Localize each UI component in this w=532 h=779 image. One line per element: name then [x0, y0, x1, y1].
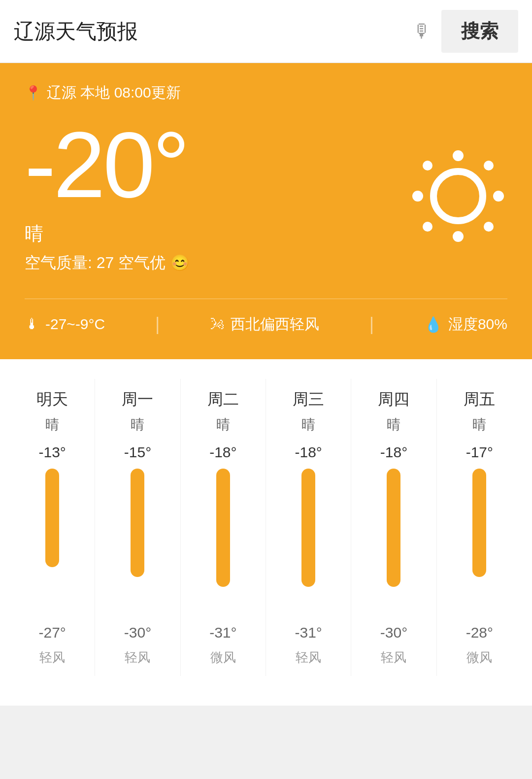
- day-condition-2: 晴: [216, 415, 230, 434]
- wind-label-0: 轻风: [39, 649, 65, 666]
- temp-bar-container-0: [45, 469, 59, 616]
- high-temp-3: -18°: [295, 444, 322, 461]
- temp-bar-0: [45, 469, 59, 567]
- wind-item: 🌬 西北偏西轻风: [210, 314, 319, 335]
- low-temp-0: -27°: [38, 624, 66, 641]
- temp-bar-3: [301, 469, 315, 587]
- temperature-section: -20° 晴 空气质量: 27 空气优 😊: [25, 118, 190, 274]
- air-quality: 空气质量: 27 空气优 😊: [25, 252, 190, 274]
- location-icon: 📍: [25, 85, 42, 101]
- low-temp-5: -28°: [466, 624, 493, 641]
- svg-point-3: [493, 191, 504, 202]
- day-condition-4: 晴: [387, 415, 400, 434]
- forecast-day-1: 周一 晴 -15° -30° 轻风: [95, 379, 180, 676]
- high-temp-2: -18°: [209, 444, 236, 461]
- location-bar: 📍 辽源 本地 08:00更新: [25, 83, 507, 103]
- divider-1: |: [155, 314, 160, 335]
- humidity-icon: 💧: [424, 316, 442, 333]
- wind-icon: 🌬: [210, 316, 225, 333]
- divider-2: |: [369, 314, 374, 335]
- search-input-area: 辽源天气预报 🎙: [14, 18, 432, 45]
- forecast-day-3: 周三 晴 -18° -31° 轻风: [266, 379, 351, 676]
- temp-range-item: 🌡 -27~-9°C: [25, 316, 105, 333]
- day-condition-5: 晴: [472, 415, 486, 434]
- current-temperature: -20°: [25, 118, 190, 211]
- temp-bar-1: [131, 469, 144, 577]
- mic-icon[interactable]: 🎙: [413, 21, 432, 42]
- high-temp-4: -18°: [380, 444, 407, 461]
- forecast-day-0: 明天 晴 -13° -27° 轻风: [10, 379, 95, 676]
- wind-label-4: 轻风: [381, 649, 406, 666]
- svg-point-2: [412, 191, 423, 202]
- high-temp-1: -15°: [124, 444, 151, 461]
- forecast-grid: 明天 晴 -13° -27° 轻风 周一 晴 -15° -30° 轻风 周二 晴…: [10, 379, 522, 676]
- low-temp-3: -31°: [295, 624, 322, 641]
- search-bar: 辽源天气预报 🎙 搜索: [0, 0, 532, 63]
- day-condition-1: 晴: [131, 415, 144, 434]
- sun-icon: [409, 147, 507, 245]
- wind-label-1: 轻风: [125, 649, 150, 666]
- day-label-3: 周三: [293, 389, 324, 410]
- temp-bar-container-5: [472, 469, 486, 616]
- temp-range-text: -27~-9°C: [45, 316, 105, 333]
- day-condition-0: 晴: [45, 415, 59, 434]
- svg-point-8: [433, 171, 483, 221]
- humidity-text: 湿度80%: [448, 314, 507, 335]
- day-label-0: 明天: [36, 389, 68, 410]
- forecast-day-4: 周四 晴 -18° -30° 轻风: [351, 379, 436, 676]
- weather-info-bar: 🌡 -27~-9°C | 🌬 西北偏西轻风 | 💧 湿度80%: [25, 299, 507, 335]
- day-condition-3: 晴: [301, 415, 315, 434]
- temp-bar-container-1: [131, 469, 144, 616]
- wind-label-5: 微风: [466, 649, 492, 666]
- day-label-4: 周四: [378, 389, 409, 410]
- temp-bar-2: [216, 469, 230, 587]
- svg-point-4: [423, 161, 432, 170]
- low-temp-2: -31°: [209, 624, 236, 641]
- low-temp-1: -30°: [124, 624, 151, 641]
- forecast-section: 明天 晴 -13° -27° 轻风 周一 晴 -15° -30° 轻风 周二 晴…: [0, 359, 532, 706]
- high-temp-0: -13°: [38, 444, 66, 461]
- svg-point-1: [453, 231, 464, 242]
- day-label-2: 周二: [207, 389, 239, 410]
- weather-condition: 晴: [25, 221, 190, 246]
- search-query: 辽源天气预报: [14, 18, 138, 45]
- svg-point-0: [453, 150, 464, 161]
- wind-text: 西北偏西轻风: [231, 314, 319, 335]
- forecast-day-5: 周五 晴 -17° -28° 微风: [437, 379, 522, 676]
- forecast-day-2: 周二 晴 -18° -31° 微风: [181, 379, 266, 676]
- temp-bar-container-3: [301, 469, 315, 616]
- thermometer-icon: 🌡: [25, 316, 39, 333]
- main-weather-section: -20° 晴 空气质量: 27 空气优 😊: [25, 118, 507, 274]
- weather-card: 📍 辽源 本地 08:00更新 -20° 晴 空气质量: 27 空气优 😊: [0, 63, 532, 359]
- wind-label-3: 轻风: [296, 649, 321, 666]
- wind-label-2: 微风: [210, 649, 236, 666]
- search-button[interactable]: 搜索: [441, 10, 518, 53]
- temp-bar-4: [387, 469, 400, 587]
- day-label-5: 周五: [464, 389, 495, 410]
- temp-bar-container-2: [216, 469, 230, 616]
- temp-bar-5: [472, 469, 486, 577]
- temp-bar-container-4: [387, 469, 400, 616]
- high-temp-5: -17°: [466, 444, 493, 461]
- location-text: 辽源 本地 08:00更新: [47, 83, 181, 103]
- day-label-1: 周一: [122, 389, 153, 410]
- svg-point-6: [423, 222, 432, 232]
- low-temp-4: -30°: [380, 624, 407, 641]
- svg-point-7: [484, 222, 494, 232]
- humidity-item: 💧 湿度80%: [424, 314, 507, 335]
- svg-point-5: [484, 161, 494, 170]
